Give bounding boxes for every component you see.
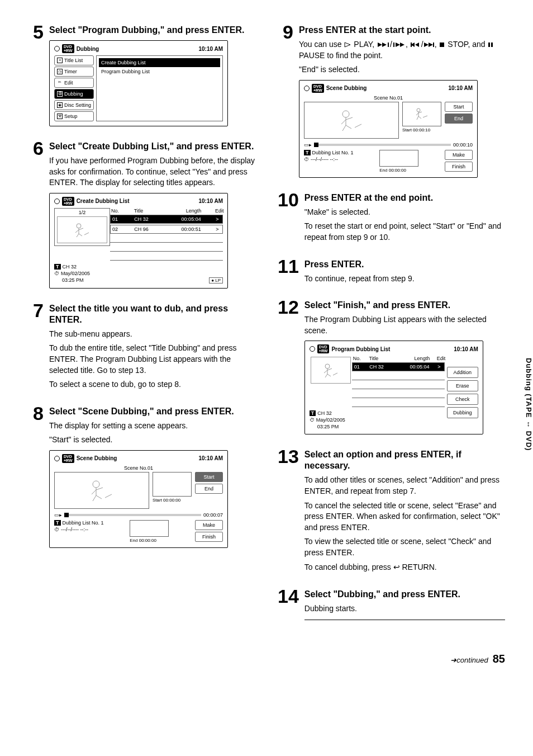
tab-timer[interactable]: ◷Timer [54,67,94,77]
dubbing-menu-panel: DVD+RW Dubbing 10:10 AM ≡Title List ◷Tim… [49,40,228,126]
step-7: 7 Select the title you want to dub, and … [28,301,255,394]
check-button[interactable]: Check [447,394,478,405]
end-button[interactable]: End [445,114,473,124]
step-text: The sub-menu appears. [49,329,255,340]
step-title: Select "Dubbing," and press ENTER. [304,589,505,600]
title-thumbnail [311,357,351,384]
clock-icon: ⏱ [304,157,309,162]
meta-date: May/02/2005 [61,271,90,276]
dvd-rw-badge: DVD+RW [62,44,74,53]
tab-disc-setting[interactable]: ◉Disc Setting [54,100,94,110]
tab-edit[interactable]: ✂Edit [54,78,94,88]
person-figure-icon [412,106,432,122]
progress-time: 00:00:07 [203,512,223,518]
tab-dubbing[interactable]: ⦿Dubbing [54,89,94,99]
menu-content: Create Dubbing List Program Dubbing List [96,55,223,121]
scene-number-label: Scene No.01 [54,465,223,471]
record-indicator-icon [304,86,310,91]
tab-title-list[interactable]: ≡Title List [54,55,94,65]
erase-button[interactable]: Erase [447,380,478,391]
panel-title: Scene Dubbing [326,85,367,91]
tape-icon: ▭▸ [54,512,62,518]
step-title: Select an option and press ENTER, if nec… [304,449,505,471]
dubbing-button[interactable]: Dubbing [447,407,478,418]
step-text: To add other titles or scenes, select "A… [304,475,505,497]
empty-row [110,235,223,243]
record-indicator-icon [54,456,60,461]
step-text: You can use PLAY, /, /, STOP, and PAUSE … [299,39,505,61]
dvd-rw-badge: DVD+RW [62,197,74,206]
col-title: Title [134,208,160,214]
page-columns: 5 Select "Program Dubbing," and press EN… [28,22,505,636]
progress-bar[interactable] [314,144,451,146]
step-text: To select a scene to dub, go to step 8. [49,379,255,390]
end-button[interactable]: End [195,484,223,494]
next-icon [423,41,435,48]
record-indicator-icon [310,346,315,352]
step-12: 12 Select "Finish," and press ENTER. The… [278,297,505,437]
col-edit: Edit [215,208,222,214]
record-indicator-icon [54,46,60,51]
empty-row [110,244,223,252]
col-no: No. [111,208,120,214]
menu-item-create-dubbing-list[interactable]: Create Dubbing List [99,58,220,67]
step-9: 9 Press ENTER at the start point. You ca… [278,22,505,180]
svg-point-0 [77,224,81,228]
addition-button[interactable]: Addition [447,367,478,378]
program-dubbing-list-panel: DVD+RW Program Dubbing List 10:10 AM [304,341,483,434]
finish-button[interactable]: Finish [445,162,473,172]
meta-time: 03:25 PM [317,424,339,429]
step-text: If you have performed Program Dubbing be… [49,155,255,188]
record-indicator-icon [54,199,60,204]
meta-channel: CH 32 [63,264,77,270]
progress-bar[interactable] [64,514,201,516]
svg-point-9 [342,111,349,117]
play-icon [344,41,351,48]
title-thumbnail [57,216,107,243]
step-text: "Make" is selected. [304,207,505,218]
dvd-rw-badge: DVD+RW [62,454,74,463]
continued-label: ➜continued [450,656,488,664]
clock-icon: ⏱ [54,527,59,532]
step-title: Select "Create Dubbing List," and press … [49,141,255,152]
step-number: 10 [278,190,299,247]
step-number: 13 [278,447,299,576]
dubbing-icon: ⦿ [57,91,63,97]
title-row[interactable]: 01 CH 32 00:05:04 > [110,215,223,224]
svg-rect-2 [388,42,389,47]
empty-row [352,381,445,389]
panel-time: 10:10 AM [448,85,473,91]
step-text: To continue, repeat from step 9. [304,273,505,285]
right-column: 9 Press ENTER at the start point. You ca… [278,22,505,636]
menu-item-program-dubbing-list[interactable]: Program Dubbing List [99,67,220,76]
step-11: 11 Press ENTER. To continue, repeat from… [278,257,505,288]
person-figure-icon [335,107,368,133]
make-button[interactable]: Make [195,520,223,530]
dubbing-list-label: Dubbing List No. 1 [63,520,104,526]
meta-channel: CH 32 [317,410,332,416]
meta-placeholder: ---/--/---- --:-- [61,527,88,532]
start-button[interactable]: Start [445,102,473,112]
page-indicator: 1/2 [56,210,108,215]
start-button[interactable]: Start [195,472,223,482]
svg-rect-5 [433,42,434,47]
step-14: 14 Select "Dubbing," and press ENTER. Du… [278,587,505,626]
make-button[interactable]: Make [445,150,473,160]
step-8: 8 Select "Scene Dubbing," and press ENTE… [28,404,255,550]
col-title: Title [369,356,394,361]
meta-placeholder: ---/--/---- --:-- [311,157,338,162]
record-mode-badge: ● LP [209,277,223,284]
title-row[interactable]: 02 CH 96 00:00:51 > [110,225,223,234]
scan-fwd-icon [392,41,406,48]
panel-time: 10:10 AM [454,346,478,352]
step-text: Dubbing starts. [304,603,505,615]
step-text: To cancel the selected title or scene, s… [304,500,505,533]
finish-button[interactable]: Finish [195,532,223,542]
panel-title: Create Dubbing List [77,198,130,204]
tab-setup[interactable]: ⚒Setup [54,111,94,121]
menu-tabs: ≡Title List ◷Timer ✂Edit ⦿Dubbing ◉Disc … [54,55,94,121]
step-number: 5 [28,22,44,129]
title-row[interactable]: 01 CH 32 00:05:04 > [352,362,445,371]
scene-dubbing-panel-2: DVD+RW Scene Dubbing 10:10 AM Scene No.0… [299,80,478,178]
step-text: To view the selected title or scene, sel… [304,536,505,558]
